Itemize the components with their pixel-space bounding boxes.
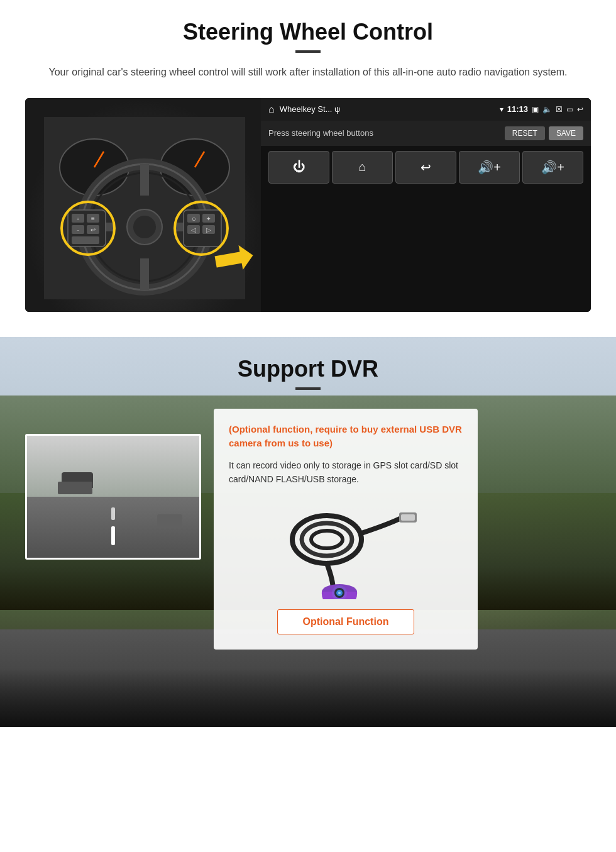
fn-back-button[interactable]: ↩ (395, 151, 456, 184)
dvr-description: It can record video only to storage in G… (229, 458, 463, 487)
dvr-content: Support DVR (Optional function, require … (0, 337, 616, 675)
svg-text:−: − (77, 228, 79, 233)
dvr-info-card: (Optional function, require to buy exter… (214, 409, 478, 650)
svg-rect-39 (401, 514, 415, 521)
reset-button[interactable]: RESET (505, 126, 545, 140)
svg-rect-23 (72, 236, 99, 244)
volume-icon: 🔈 (542, 105, 552, 114)
svg-text:+: + (77, 217, 79, 221)
x-icon: ☒ (556, 105, 563, 114)
screen-topbar: ⌂ Wheelkey St... ψ ▾ 11:13 ▣ 🔈 ☒ ▭ ↩ (261, 98, 591, 121)
svg-point-37 (311, 531, 343, 548)
dvr-camera-svg (270, 499, 421, 599)
screen-app-name: Wheelkey St... ψ (280, 104, 495, 114)
screen-controls-row: Press steering wheel buttons RESET SAVE (261, 121, 591, 146)
screen-time: 11:13 (507, 104, 528, 114)
screen-function-buttons: ⏻ ⌂ ↩ 🔊+ 🔊+ (261, 146, 591, 189)
svg-text:✦: ✦ (206, 216, 211, 222)
fn-vol-up2-button[interactable]: 🔊+ (522, 151, 583, 184)
svg-text:↩: ↩ (91, 226, 96, 233)
back-icon: ↩ (577, 105, 583, 114)
dvr-optional-text: (Optional function, require to buy exter… (229, 423, 463, 451)
svg-text:⊙: ⊙ (192, 216, 196, 222)
display-icon: ▭ (566, 105, 573, 114)
dvr-title: Support DVR (25, 356, 591, 382)
dvr-camera-container (229, 499, 463, 599)
svg-text:◁: ◁ (191, 226, 196, 233)
dvr-divider (295, 387, 321, 390)
title-divider (295, 50, 321, 53)
steering-subtitle: Your original car's steering wheel contr… (25, 64, 591, 80)
svg-point-13 (133, 216, 156, 238)
optional-function-button[interactable]: Optional Function (277, 609, 415, 634)
save-button[interactable]: SAVE (549, 126, 583, 140)
fn-power-button[interactable]: ⏻ (268, 151, 329, 184)
steering-title: Steering Wheel Control (25, 19, 591, 45)
dvr-thumbnail (25, 434, 201, 560)
dvr-lower: (Optional function, require to buy exter… (25, 409, 591, 650)
svg-text:≡: ≡ (91, 215, 95, 222)
screen-ui: ⌂ Wheelkey St... ψ ▾ 11:13 ▣ 🔈 ☒ ▭ ↩ Pre… (261, 98, 591, 312)
camera-icon: ▣ (532, 105, 539, 114)
wifi-icon: ▾ (500, 105, 503, 114)
fn-home-button[interactable]: ⌂ (332, 151, 393, 184)
steering-image-container: + ≡ − ↩ ⊙ ✦ ◁ ▷ (25, 98, 591, 312)
steering-wheel-section: Steering Wheel Control Your original car… (0, 0, 616, 337)
steering-photo: + ≡ − ↩ ⊙ ✦ ◁ ▷ (25, 98, 261, 312)
screen-home-icon: ⌂ (268, 104, 275, 115)
press-text: Press steering wheel buttons (268, 128, 501, 138)
fn-vol-up-button[interactable]: 🔊+ (459, 151, 520, 184)
screen-status-icons: ▾ 11:13 ▣ 🔈 ☒ ▭ ↩ (500, 104, 583, 114)
dvr-section: Support DVR (Optional function, require … (0, 337, 616, 727)
